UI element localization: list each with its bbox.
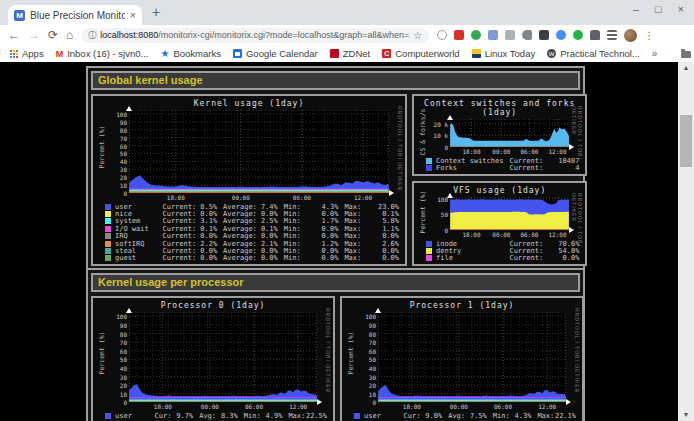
browser-toolbar: ← → ⟳ ⌂ ⓘ localhost:8080/monitorix-cgi/m… xyxy=(0,25,694,45)
legend-color-swatch xyxy=(105,204,111,210)
speaker-extension-icon[interactable] xyxy=(522,30,532,40)
url-domain: localhost:8080 xyxy=(100,30,158,40)
new-tab-button[interactable]: + xyxy=(152,4,160,20)
pages-extension-icon[interactable] xyxy=(488,30,498,40)
list-extension-icon[interactable] xyxy=(607,30,617,40)
zdnet-icon xyxy=(330,49,339,58)
rrdtool-watermark: RRDTOOL / TOBI OETIKER xyxy=(397,106,403,191)
other-bookmarks-button[interactable]: Other bookmarks xyxy=(681,48,694,59)
y-tick-label: 30 xyxy=(103,373,127,380)
y-tick-label: 40 xyxy=(103,364,127,371)
gmail-extension-icon[interactable] xyxy=(454,30,464,40)
bookmarks-overflow-chevron[interactable]: » xyxy=(652,48,658,59)
scrollbar-down-arrow[interactable]: ▼ xyxy=(678,409,694,421)
dark-square-extension-icon[interactable] xyxy=(539,30,549,40)
chart-plot-area: Percent (%)0102030405060708090100 xyxy=(129,312,317,402)
gray-extension-icon[interactable] xyxy=(505,30,515,40)
y-tick-label: 10 xyxy=(352,390,376,397)
green-circle-extension-icon[interactable] xyxy=(573,30,583,40)
legend-stat-label: Max: xyxy=(344,254,361,262)
browser-tab[interactable]: M Blue Precision Monitorix × xyxy=(8,5,142,25)
x-tick-label: 18:00 xyxy=(167,194,185,201)
legend-stat: Current:4 xyxy=(509,164,579,172)
scrollbar-thumb[interactable] xyxy=(680,115,692,167)
star-icon: ★ xyxy=(160,48,169,59)
bookmark-bookmarks[interactable]: ★ Bookmarks xyxy=(160,48,220,59)
x-axis-ticks: 18:0000:0006:0012:00 xyxy=(450,230,569,238)
bookmark-practical-technology[interactable]: W Practical Technol... xyxy=(547,48,640,59)
bookmark-linux-today[interactable]: Linux Today xyxy=(472,48,536,59)
puzzle-extensions-icon[interactable] xyxy=(590,30,600,40)
x-axis-arrow xyxy=(317,399,322,405)
legend-series-name: Forks xyxy=(436,164,503,172)
rrdtool-watermark: RRDTOOL / TOBI OETIKER xyxy=(325,308,331,393)
url-bar[interactable]: ⓘ localhost:8080/monitorix-cgi/monitorix… xyxy=(81,28,429,43)
page-scrollbar[interactable]: ▲ ▼ xyxy=(678,62,694,421)
legend-color-swatch xyxy=(426,158,432,164)
chart-plot-area: Percent (%)0102030405060708090100 xyxy=(378,312,566,402)
y-tick-label: 20 xyxy=(352,382,376,389)
chart-legend: userCur:9.7%Avg:8.3%Min:4.9%Max:22.5%nic… xyxy=(105,412,327,421)
x-axis-arrow xyxy=(389,190,394,196)
chart-panel-kernel-usage[interactable]: Kernel usage (1day)Percent (%)0102030405… xyxy=(91,94,407,266)
reload-button[interactable]: ⟳ xyxy=(48,29,58,41)
bookmark-star-icon[interactable]: ☆ xyxy=(413,30,422,41)
rrdtool-watermark: RRDTOOL / TOBI OETIKER xyxy=(571,106,583,174)
search-extension-icon[interactable] xyxy=(437,30,447,40)
x-axis-ticks: 18:0000:0006:0012:00 xyxy=(378,402,566,410)
chart-title: Context switches and forks (1day) xyxy=(418,98,581,119)
scrollbar-up-arrow[interactable]: ▲ xyxy=(678,62,694,74)
x-tick-label: 06:00 xyxy=(494,403,512,410)
chart-legend: userCur:9.0%Avg:7.5%Min:4.3%Max:22.1%nic… xyxy=(354,412,576,421)
legend-color-swatch xyxy=(105,248,111,254)
chart-panel-vfs-usage[interactable]: VFS usage (1day)Percent (%)05010018:0000… xyxy=(412,181,587,266)
apps-grid-icon xyxy=(10,50,12,52)
y-tick-label: 20 k xyxy=(424,120,448,127)
y-axis-arrow xyxy=(126,308,132,313)
y-tick-label: 60 xyxy=(352,347,376,354)
x-tick-label: 00:00 xyxy=(492,231,510,238)
chart-plot-area: CS & forks/s010 k20 k xyxy=(450,119,569,147)
legend-stat-label: Average: xyxy=(223,254,257,262)
extensions-row: ⋮ xyxy=(437,29,654,42)
window-maximize-button[interactable]: □ xyxy=(655,3,662,15)
legend-stat: Current:0.0% xyxy=(509,254,579,262)
x-tick-label: 06:00 xyxy=(245,403,263,410)
globe-extension-icon[interactable] xyxy=(471,30,481,40)
home-button[interactable]: ⌂ xyxy=(66,29,73,41)
y-tick-label: 70 xyxy=(103,339,127,346)
bookmark-computerworld[interactable]: C Computerworld xyxy=(382,48,459,59)
chart-panel-context-switches[interactable]: Context switches and forks (1day)CS & fo… xyxy=(412,94,587,176)
profile-avatar[interactable] xyxy=(624,29,637,42)
chart-main: Percent (%)010203040506070809010018:0000… xyxy=(129,312,317,410)
y-tick-label: 40 xyxy=(352,364,376,371)
bookmark-inbox[interactable]: M Inbox (16) - sjvn0... xyxy=(56,48,149,59)
page-info-icon[interactable]: ⓘ xyxy=(88,30,96,41)
window-minimize-button[interactable]: – xyxy=(633,3,639,15)
back-button[interactable]: ← xyxy=(8,29,20,41)
chart-plot-area: Percent (%)0102030405060708090100 xyxy=(129,110,389,193)
x-axis-ticks: 18:0000:0006:0012:00 xyxy=(450,147,569,155)
chart-panel-processor-0[interactable]: Processor 0 (1day)Percent (%)01020304050… xyxy=(91,296,335,421)
chart-main: Percent (%)010203040506070809010018:0000… xyxy=(129,110,389,201)
y-tick-label: 90 xyxy=(103,118,127,125)
y-tick-label: 30 xyxy=(103,166,127,173)
y-tick-label: 0 xyxy=(352,399,376,406)
url-text[interactable]: localhost:8080/monitorix-cgi/monitorix.c… xyxy=(100,30,409,40)
chrome-menu-icon[interactable]: ⋮ xyxy=(644,30,654,41)
bookmark-google-calendar[interactable]: Google Calendar xyxy=(233,48,318,59)
legend-color-swatch xyxy=(105,233,111,239)
window-close-button[interactable]: × xyxy=(678,3,684,15)
blue-oval-extension-icon[interactable] xyxy=(556,30,566,40)
bookmark-zdnet[interactable]: ZDNet xyxy=(330,48,370,59)
tab-close-icon[interactable]: × xyxy=(130,10,136,21)
legend-row: fileCurrent:0.0% xyxy=(426,255,579,262)
x-tick-label: 12:00 xyxy=(354,194,372,201)
y-tick-label: 60 xyxy=(103,347,127,354)
rrdtool-watermark: RRDTOOL / TOBI OETIKER xyxy=(571,193,583,264)
y-tick-label: 100 xyxy=(352,313,376,320)
bookmark-apps[interactable]: Apps xyxy=(10,48,44,59)
chart-panel-processor-1[interactable]: Processor 1 (1day)Percent (%)01020304050… xyxy=(340,296,584,421)
monitorix-favicon-icon: M xyxy=(14,10,25,21)
x-axis-ticks: 18:0000:0006:0012:00 xyxy=(129,193,389,201)
